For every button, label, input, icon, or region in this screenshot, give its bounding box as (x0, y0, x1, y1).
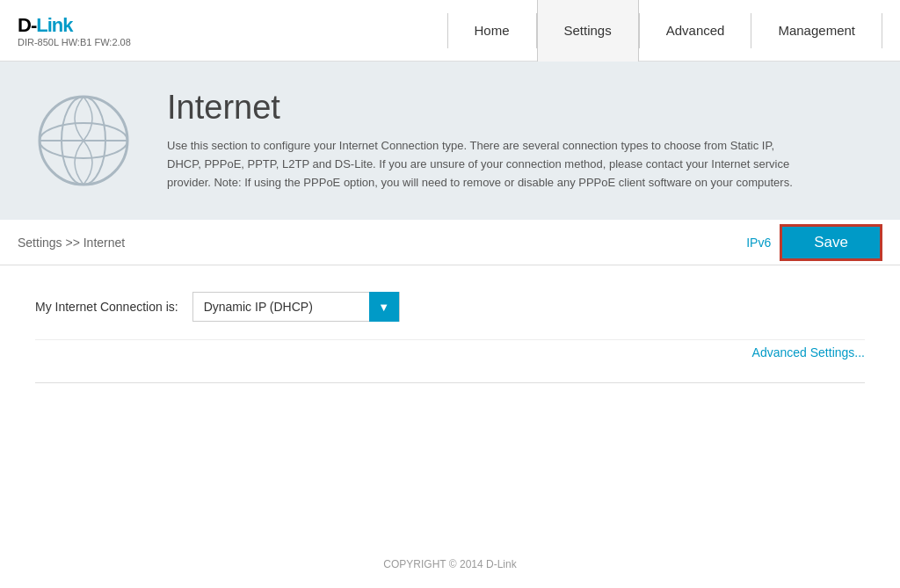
breadcrumb: Settings >> Internet (18, 236, 746, 250)
ipv6-link[interactable]: IPv6 (746, 236, 771, 250)
nav-advanced[interactable]: Advanced (640, 0, 751, 62)
hero-banner: Internet Use this section to configure y… (0, 62, 900, 220)
logo: D-Link (18, 14, 131, 37)
select-arrow-icon[interactable] (369, 292, 399, 322)
connection-select-wrapper: Dynamic IP (DHCP) Static IP PPPoE PPTP L… (192, 292, 400, 322)
nav-divider-5 (882, 13, 882, 48)
connection-row: My Internet Connection is: Dynamic IP (D… (35, 292, 865, 322)
page-title: Internet (167, 89, 800, 127)
logo-area: D-Link DIR-850L HW:B1 FW:2.08 (18, 14, 131, 47)
nav-settings[interactable]: Settings (537, 0, 639, 62)
nav-home[interactable]: Home (448, 0, 536, 62)
device-info: DIR-850L HW:B1 FW:2.08 (18, 37, 131, 47)
connection-type-select[interactable]: Dynamic IP (DHCP) Static IP PPPoE PPTP L… (193, 293, 369, 321)
content-separator (35, 382, 865, 383)
footer: COPYRIGHT © 2014 D-Link (0, 558, 900, 570)
advanced-settings-row: Advanced Settings... (35, 339, 865, 365)
save-button[interactable]: Save (780, 224, 882, 261)
main-content: My Internet Connection is: Dynamic IP (D… (0, 265, 900, 427)
copyright-text: COPYRIGHT © 2014 D-Link (383, 558, 516, 570)
hero-description: Use this section to configure your Inter… (167, 137, 800, 192)
globe-icon (35, 92, 132, 189)
connection-label: My Internet Connection is: (35, 300, 178, 314)
main-nav: Home Settings Advanced Management (447, 0, 883, 61)
nav-management[interactable]: Management (751, 0, 882, 62)
action-bar: Settings >> Internet IPv6 Save (0, 220, 900, 265)
hero-text: Internet Use this section to configure y… (167, 89, 800, 192)
advanced-settings-link[interactable]: Advanced Settings... (752, 345, 865, 359)
header: D-Link DIR-850L HW:B1 FW:2.08 Home Setti… (0, 0, 900, 62)
